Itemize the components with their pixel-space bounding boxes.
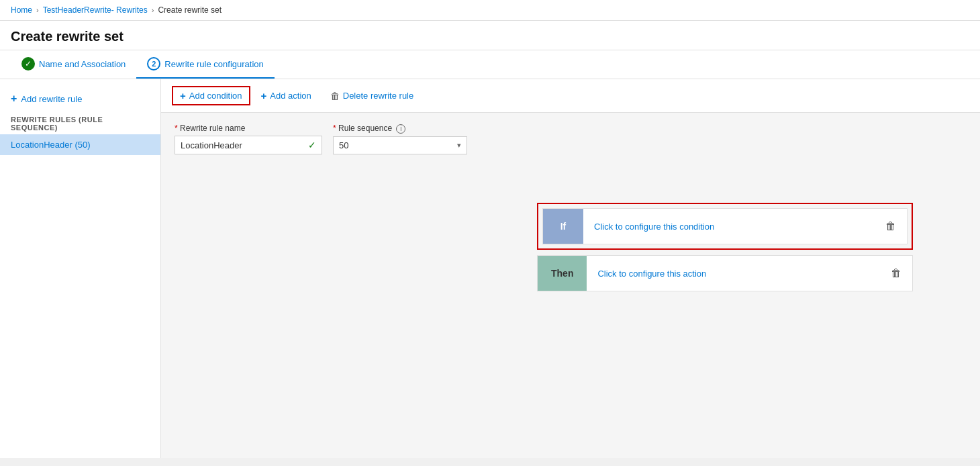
- action-card: Then Click to configure this action 🗑: [537, 255, 913, 291]
- plus-icon: +: [11, 93, 17, 105]
- add-rewrite-rule-button[interactable]: + Add rewrite rule: [0, 87, 93, 110]
- add-action-label: Add action: [270, 91, 311, 101]
- rule-sequence-value: 50: [339, 140, 348, 150]
- tab-number-badge: 2: [147, 57, 160, 71]
- delete-action-button[interactable]: 🗑: [880, 257, 912, 290]
- then-badge: Then: [538, 256, 587, 291]
- add-condition-plus-icon: +: [180, 90, 186, 101]
- breadcrumb-sep1: ›: [36, 6, 39, 14]
- delete-rewrite-rule-button[interactable]: 🗑 Delete rewrite rule: [322, 87, 422, 105]
- workflow-area: If Click to configure this condition 🗑 T…: [161, 203, 980, 291]
- rule-name-value: LocationHeader: [181, 140, 242, 150]
- trash-icon: 🗑: [330, 91, 340, 101]
- breadcrumb-rewrites[interactable]: TestHeaderRewrite- Rewrites: [43, 5, 148, 15]
- tab-rewrite-rule-label: Rewrite rule configuration: [164, 59, 263, 69]
- tab-name-association-label: Name and Association: [39, 59, 126, 69]
- form-area: * Rewrite rule name LocationHeader ✓ * R…: [161, 113, 980, 176]
- tab-name-association[interactable]: ✓ Name and Association: [11, 50, 136, 79]
- rule-sequence-label: * Rule sequence i: [333, 124, 467, 134]
- breadcrumb-home[interactable]: Home: [11, 5, 32, 15]
- form-row: * Rewrite rule name LocationHeader ✓ * R…: [175, 124, 967, 154]
- content-area: + Add condition + Add action 🗑 Delete re…: [161, 79, 980, 458]
- action-card-wrapper: Then Click to configure this action 🗑: [537, 255, 913, 291]
- check-icon: ✓: [308, 140, 316, 150]
- condition-card-wrapper: If Click to configure this condition 🗑: [537, 203, 913, 250]
- tabs-bar: ✓ Name and Association 2 Rewrite rule co…: [0, 50, 980, 79]
- rules-section-label: REWRITE RULES (RULE SEQUENCE): [0, 110, 160, 134]
- rule-item[interactable]: LocationHeader (50): [0, 134, 160, 155]
- if-badge: If: [543, 209, 583, 244]
- breadcrumb-sep2: ›: [152, 6, 154, 14]
- info-icon[interactable]: i: [396, 124, 405, 134]
- condition-card: If Click to configure this condition 🗑: [542, 208, 908, 244]
- add-condition-label: Add condition: [189, 91, 242, 101]
- breadcrumb: Home › TestHeaderRewrite- Rewrites › Cre…: [0, 0, 980, 21]
- add-rewrite-rule-label: Add rewrite rule: [21, 94, 82, 104]
- breadcrumb-current: Create rewrite set: [158, 5, 222, 15]
- rule-name-label: * Rewrite rule name: [175, 124, 322, 133]
- toolbar: + Add condition + Add action 🗑 Delete re…: [161, 79, 980, 113]
- add-action-button[interactable]: + Add action: [253, 86, 320, 105]
- sidebar: + Add rewrite rule REWRITE RULES (RULE S…: [0, 79, 161, 458]
- configure-condition-link[interactable]: Click to configure this condition: [583, 211, 875, 242]
- required-star2: *: [333, 124, 338, 133]
- tab-check-icon: ✓: [21, 57, 35, 71]
- rule-name-group: * Rewrite rule name LocationHeader ✓: [175, 124, 322, 154]
- configure-action-link[interactable]: Click to configure this action: [587, 258, 880, 289]
- add-condition-button[interactable]: + Add condition: [172, 86, 250, 105]
- delete-condition-button[interactable]: 🗑: [875, 209, 907, 243]
- chevron-down-icon: ▾: [457, 141, 461, 150]
- rule-sequence-select[interactable]: 50 ▾: [333, 136, 467, 154]
- required-star: *: [175, 124, 180, 133]
- delete-rule-label: Delete rewrite rule: [343, 91, 414, 101]
- rule-name-input[interactable]: LocationHeader ✓: [175, 136, 322, 154]
- rule-sequence-group: * Rule sequence i 50 ▾: [333, 124, 467, 154]
- page-title: Create rewrite set: [0, 21, 980, 50]
- main-layout: + Add rewrite rule REWRITE RULES (RULE S…: [0, 79, 980, 458]
- add-action-plus-icon: +: [261, 90, 267, 101]
- tab-rewrite-rule[interactable]: 2 Rewrite rule configuration: [136, 50, 274, 79]
